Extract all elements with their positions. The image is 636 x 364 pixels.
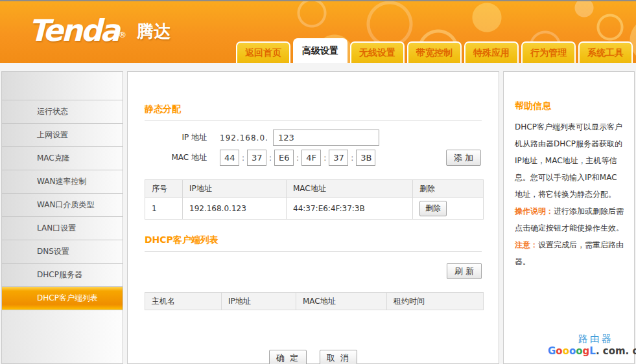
cancel-button[interactable]: 取 消: [320, 350, 357, 364]
mac-separator: :: [242, 154, 244, 163]
watermark-letter: o: [576, 345, 582, 357]
tab-system-tools[interactable]: 系统工具: [578, 41, 633, 63]
sidebar-item-wan-media-type[interactable]: WAN口介质类型: [2, 193, 123, 216]
mac-octet-input-4[interactable]: [329, 150, 348, 166]
tenda-logo: Tenda® 腾达: [29, 13, 171, 48]
mac-octet-input-3[interactable]: [301, 150, 321, 166]
static-table-header: 序号: [145, 180, 183, 198]
table-header-row: 主机名IP地址MAC地址租约时间: [145, 293, 484, 310]
tab-bandwidth[interactable]: 带宽控制: [407, 41, 462, 63]
dhcp-client-table: 主机名IP地址MAC地址租约时间: [145, 292, 484, 310]
mac-separator: :: [269, 154, 272, 163]
help-paragraph-3: 注意：设置完成后，需重启路由器。: [515, 236, 624, 270]
watermark-letter: L: [589, 345, 596, 357]
sidebar-item-wan-rate-control[interactable]: WAN速率控制: [2, 170, 123, 193]
mac-octet-input-1[interactable]: [247, 150, 266, 166]
sidebar-item-running-status[interactable]: 运行状态: [2, 100, 123, 123]
table-cell-ip: 192.168.0.123: [183, 198, 287, 220]
static-assignment-title: 静态分配: [145, 104, 482, 115]
tab-home[interactable]: 返回首页: [236, 41, 290, 63]
help-paragraph-1: DHCP客户端列表可以显示客户机从路由器DHCP服务器获取的IP地址，MAC地址…: [515, 119, 624, 203]
divider: [145, 120, 482, 121]
help-panel: 帮助信息 DHCP客户端列表可以显示客户机从路由器DHCP服务器获取的IP地址，…: [503, 71, 635, 364]
add-button[interactable]: 添 加: [446, 150, 481, 166]
tab-bar: 返回首页高级设置无线设置带宽控制特殊应用行为管理系统工具: [236, 38, 633, 63]
watermark-suffix: . com. cn: [596, 345, 636, 357]
sidebar-item-dns-settings[interactable]: DNS设置: [2, 240, 123, 263]
table-cell-delete: 删除: [413, 198, 484, 220]
mac-separator: :: [351, 154, 353, 163]
mac-separator: :: [296, 154, 299, 163]
static-assignment-table: 序号IP地址MAC地址删除 1192.168.0.12344:37:E6:4F:…: [145, 179, 484, 220]
watermark: 路由器 GoooogL. com. cn: [546, 331, 635, 363]
sidebar-item-lan-settings[interactable]: LAN口设置: [2, 216, 123, 240]
watermark-letter: o: [563, 345, 569, 357]
static-table-head: 序号IP地址MAC地址删除: [145, 180, 484, 198]
dhcp-table-head: 主机名IP地址MAC地址租约时间: [145, 293, 484, 310]
ip-address-label: IP 地址: [145, 132, 207, 143]
sidebar-item-mac-clone[interactable]: MAC克隆: [2, 146, 123, 170]
static-table-header: IP地址: [183, 180, 287, 198]
registered-mark-icon: ®: [118, 30, 126, 40]
sidebar-item-dhcp-client-list[interactable]: DHCP客户端列表: [2, 286, 123, 310]
static-table-body: 1192.168.0.12344:37:E6:4F:37:3B删除: [145, 198, 484, 220]
divider: [145, 251, 482, 252]
tab-wireless[interactable]: 无线设置: [350, 41, 405, 63]
watermark-letters: GoooogL: [548, 345, 596, 357]
table-cell-mac: 44:37:E6:4F:37:3B: [287, 198, 413, 220]
ok-button[interactable]: 确 定: [269, 350, 307, 364]
dhcp-table-header: 主机名: [145, 293, 222, 310]
table-cell-no: 1: [145, 198, 183, 220]
mac-input-group: :::::: [220, 150, 375, 166]
mac-address-row: MAC 地址 ::::: 添 加: [145, 150, 482, 166]
watermark-letter: G: [548, 345, 556, 357]
help-title: 帮助信息: [515, 100, 624, 112]
mac-octet-input-2[interactable]: [274, 150, 294, 166]
sidebar-menu: 运行状态上网设置MAC克隆WAN速率控制WAN口介质类型LAN口设置DNS设置D…: [1, 71, 123, 364]
tab-special-apps[interactable]: 特殊应用: [464, 41, 519, 63]
help-paragraph-2: 操作说明：进行添加或删除后需点击确定按钮才能使操作生效。: [515, 203, 624, 236]
sidebar-filler: [2, 310, 123, 363]
table-header-row: 序号IP地址MAC地址删除: [145, 180, 484, 198]
watermark-letter: o: [556, 345, 562, 357]
sidebar-item-internet-settings[interactable]: 上网设置: [2, 123, 123, 146]
ip-address-row: IP 地址 192.168.0.: [145, 130, 482, 146]
ip-prefix-text: 192.168.0.: [220, 133, 268, 142]
help-ops-label: 操作说明：: [515, 207, 554, 216]
dhcp-client-list-title: DHCP客户端列表: [145, 234, 482, 246]
dhcp-table-header: IP地址: [222, 293, 296, 310]
help-note-label: 注意：: [515, 240, 538, 249]
watermark-letter: o: [569, 345, 576, 357]
logo-text-en: Tenda: [29, 13, 118, 48]
static-table-header: MAC地址: [287, 180, 413, 198]
dhcp-table-header: MAC地址: [296, 293, 387, 310]
mac-octet-input-0[interactable]: [220, 150, 239, 166]
header: Tenda® 腾达 返回首页高级设置无线设置带宽控制特殊应用行为管理系统工具: [0, 0, 636, 63]
mac-octet-input-5[interactable]: [356, 150, 375, 166]
refresh-button[interactable]: 刷 新: [447, 263, 482, 279]
static-table-row: 1192.168.0.12344:37:E6:4F:37:3B删除: [145, 198, 484, 220]
watermark-letter: g: [583, 345, 590, 357]
tab-advanced[interactable]: 高级设置: [293, 38, 347, 63]
watermark-cn-text: 路由器: [578, 333, 613, 345]
delete-button[interactable]: 删除: [419, 201, 447, 216]
action-button-row: 确 定 取 消: [145, 350, 482, 364]
main-panel: 静态分配 IP 地址 192.168.0. MAC 地址 ::::: 添 加 序…: [127, 71, 499, 364]
logo-text-cn: 腾达: [137, 21, 171, 41]
sidebar-spacer: [2, 72, 123, 100]
tab-behavior[interactable]: 行为管理: [521, 41, 576, 63]
refresh-row: 刷 新: [145, 263, 482, 279]
dhcp-table-header: 租约时间: [387, 293, 484, 310]
watermark-url-text: GoooogL. com. cn: [548, 345, 636, 357]
mac-separator: :: [324, 154, 326, 163]
static-table-header: 删除: [413, 180, 484, 198]
sidebar-item-dhcp-server[interactable]: DHCP服务器: [2, 263, 123, 286]
ip-last-octet-input[interactable]: [273, 130, 379, 146]
mac-address-label: MAC 地址: [145, 152, 207, 163]
